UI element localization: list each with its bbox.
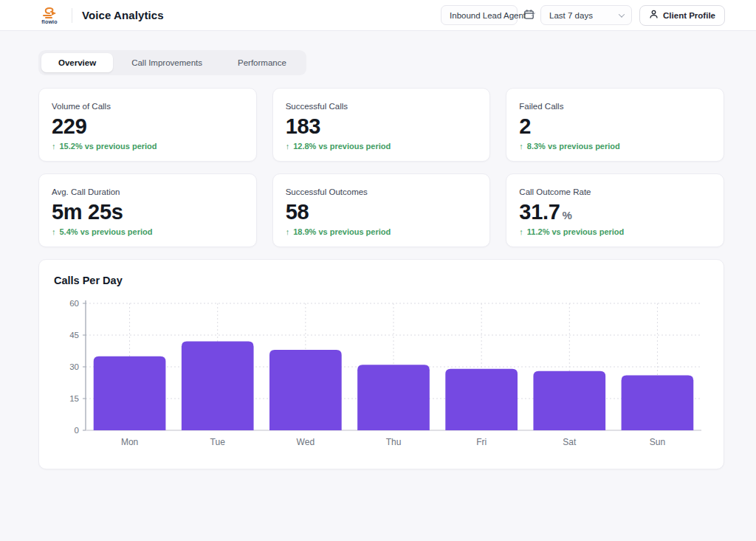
stat-value: 58: [286, 200, 478, 224]
tab-overview[interactable]: Overview: [41, 53, 113, 72]
header-divider: [72, 8, 72, 23]
stat-value: 5m 25s: [52, 200, 244, 224]
x-tick-label: Sat: [563, 437, 577, 447]
y-tick-label: 0: [75, 426, 79, 435]
stat-trend: ↑8.3% vs previous period: [519, 142, 711, 151]
trend-up-icon: ↑: [519, 227, 523, 236]
bar-Tue: [182, 342, 254, 430]
stat-card-failed-calls: Failed Calls 2 ↑8.3% vs previous period: [506, 88, 724, 162]
stat-card-successful-calls: Successful Calls 183 ↑12.8% vs previous …: [272, 88, 491, 162]
stat-trend: ↑5.4% vs previous period: [52, 227, 244, 236]
x-tick-label: Thu: [386, 437, 402, 447]
trend-up-icon: ↑: [519, 142, 523, 151]
stat-label: Successful Outcomes: [286, 187, 478, 196]
trend-up-icon: ↑: [52, 227, 56, 236]
y-tick-label: 60: [69, 299, 79, 308]
calls-per-day-chart: 015304560MonTueWedThuFriSatSun: [51, 297, 712, 455]
chart-title: Calls Per Day: [54, 275, 712, 286]
chevron-down-icon: [619, 11, 625, 17]
x-tick-label: Mon: [121, 437, 138, 447]
y-tick-label: 30: [69, 362, 79, 371]
stat-value: 183: [286, 114, 478, 139]
trend-up-icon: ↑: [286, 227, 290, 236]
stat-value: 229: [52, 114, 244, 139]
percent-unit: %: [563, 209, 572, 221]
x-tick-label: Wed: [297, 437, 315, 447]
stat-trend: ↑12.8% vs previous period: [286, 142, 478, 151]
tab-performance[interactable]: Performance: [221, 53, 303, 72]
stat-label: Avg. Call Duration: [52, 187, 244, 196]
trend-up-icon: ↑: [52, 142, 56, 151]
app-logo: flowio: [35, 7, 63, 24]
stat-card-successful-outcomes: Successful Outcomes 58 ↑18.9% vs previou…: [272, 173, 491, 247]
stat-label: Volume of Calls: [52, 102, 244, 111]
bar-Thu: [357, 365, 430, 430]
x-tick-label: Fri: [476, 437, 487, 447]
person-icon: [649, 10, 659, 21]
bar-Mon: [94, 356, 166, 430]
tab-bar: Overview Call Improvements Performance: [38, 50, 306, 75]
stats-grid: Volume of Calls 229 ↑15.2% vs previous p…: [38, 88, 724, 247]
client-profile-button[interactable]: Client Profile: [639, 5, 725, 26]
bar-Fri: [445, 369, 518, 430]
top-bar: flowio Voice Analytics Inbound Lead Agen…: [0, 0, 756, 31]
y-tick-label: 45: [69, 331, 79, 340]
page-title: Voice Analytics: [82, 9, 164, 21]
bar-Wed: [269, 350, 342, 430]
stat-card-call-outcome-rate: Call Outcome Rate 31.7% ↑11.2% vs previo…: [506, 173, 724, 247]
stat-label: Failed Calls: [519, 102, 711, 111]
tab-call-improvements[interactable]: Call Improvements: [114, 53, 219, 72]
agent-select-value: Inbound Lead Agent: [450, 11, 526, 20]
x-tick-label: Tue: [210, 437, 226, 447]
stat-value: 31.7%: [519, 200, 711, 224]
logo-wordmark: flowio: [41, 19, 57, 24]
date-range-select[interactable]: Last 7 days: [540, 5, 632, 25]
agent-select[interactable]: Inbound Lead Agent: [441, 5, 518, 25]
bar-Sun: [622, 375, 694, 430]
flowio-logo-icon: [41, 7, 58, 20]
stat-trend: ↑11.2% vs previous period: [519, 227, 711, 236]
stat-value: 2: [519, 114, 711, 139]
calendar-button[interactable]: [518, 9, 540, 22]
main-content: Overview Call Improvements Performance V…: [0, 31, 756, 469]
stat-card-volume-of-calls: Volume of Calls 229 ↑15.2% vs previous p…: [38, 88, 257, 162]
stat-trend: ↑18.9% vs previous period: [286, 227, 478, 236]
x-tick-label: Sun: [650, 437, 665, 447]
y-tick-label: 15: [69, 394, 79, 403]
stat-label: Successful Calls: [286, 102, 478, 111]
stat-card-avg-call-duration: Avg. Call Duration 5m 25s ↑5.4% vs previ…: [38, 173, 257, 247]
date-range-value: Last 7 days: [549, 11, 593, 20]
bar-Sat: [533, 371, 605, 430]
stat-trend: ↑15.2% vs previous period: [52, 142, 244, 151]
trend-up-icon: ↑: [286, 142, 290, 151]
client-profile-label: Client Profile: [663, 11, 715, 20]
stat-label: Call Outcome Rate: [519, 187, 711, 196]
calls-per-day-card: Calls Per Day 015304560MonTueWedThuFriSa…: [38, 259, 724, 469]
